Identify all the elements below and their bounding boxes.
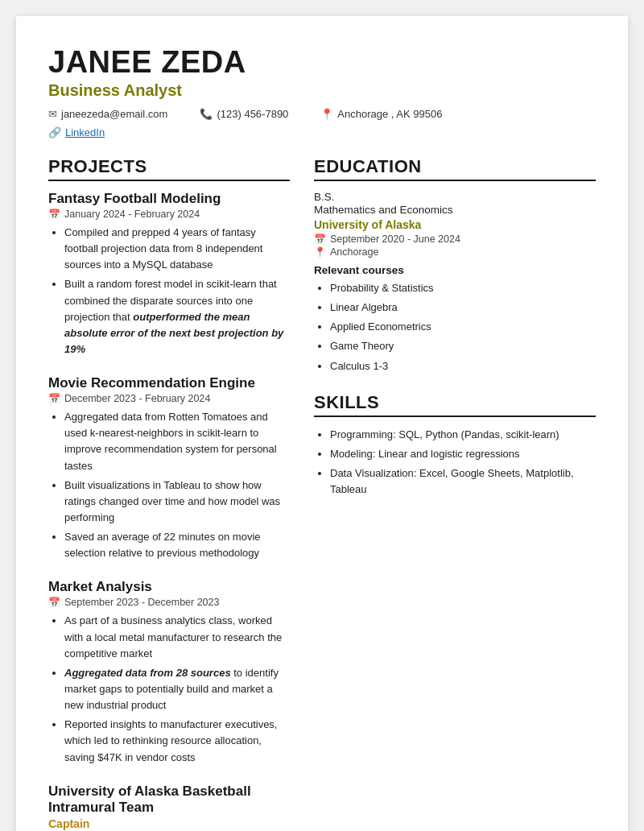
skills-section: SKILLS Programming: SQL, Python (Pandas,… bbox=[314, 392, 596, 498]
project-date-text-2: December 2023 - February 2024 bbox=[64, 393, 210, 404]
project-block-1: Fantasy Football Modeling 📅 January 2024… bbox=[48, 191, 290, 358]
projects-section-title: PROJECTS bbox=[48, 156, 290, 181]
main-layout: PROJECTS Fantasy Football Modeling 📅 Jan… bbox=[48, 156, 596, 831]
linkedin-row: 🔗 LinkedIn bbox=[48, 126, 596, 142]
edu-date: 📅 September 2020 - June 2024 bbox=[314, 234, 596, 245]
edu-university: University of Alaska bbox=[314, 218, 596, 231]
linkedin-icon: 🔗 bbox=[48, 126, 61, 138]
course-4: Game Theory bbox=[330, 338, 596, 354]
edu-location-text: Anchorage bbox=[330, 246, 378, 258]
project-title-4: University of Alaska Basketball Intramur… bbox=[48, 783, 290, 816]
courses-list: Probability & Statistics Linear Algebra … bbox=[314, 280, 596, 374]
left-column: PROJECTS Fantasy Football Modeling 📅 Jan… bbox=[48, 156, 290, 831]
calendar-icon-edu: 📅 bbox=[314, 234, 326, 245]
location-icon-edu: 📍 bbox=[314, 246, 326, 258]
email-icon: ✉ bbox=[48, 108, 57, 120]
candidate-title: Business Analyst bbox=[48, 81, 596, 100]
project-date-3: 📅 September 2023 - December 2023 bbox=[48, 597, 290, 608]
phone-value: (123) 456-7890 bbox=[217, 108, 288, 120]
project-title-1: Fantasy Football Modeling bbox=[48, 191, 290, 207]
phone-contact: 📞 (123) 456-7890 bbox=[200, 108, 288, 120]
courses-label: Relevant courses bbox=[314, 264, 596, 276]
candidate-name: JANEE ZEDA bbox=[48, 45, 596, 80]
project-bullets-3: As part of a business analytics class, w… bbox=[48, 613, 290, 765]
project-date-1: 📅 January 2024 - February 2024 bbox=[48, 209, 290, 220]
skill-3: Data Visualization: Excel, Google Sheets… bbox=[330, 465, 596, 498]
location-contact: 📍 Anchorage , AK 99506 bbox=[320, 108, 442, 120]
skills-section-title: SKILLS bbox=[314, 392, 596, 417]
project-title-3: Market Analysis bbox=[48, 579, 290, 595]
calendar-icon-2: 📅 bbox=[48, 393, 60, 404]
course-1: Probability & Statistics bbox=[330, 280, 596, 296]
right-column: EDUCATION B.S. Mathematics and Economics… bbox=[314, 156, 596, 831]
course-5: Calculus 1-3 bbox=[330, 358, 596, 374]
project-date-2: 📅 December 2023 - February 2024 bbox=[48, 393, 290, 404]
linkedin-contact[interactable]: 🔗 LinkedIn bbox=[48, 126, 105, 138]
calendar-icon-1: 📅 bbox=[48, 209, 60, 220]
course-2: Linear Algebra bbox=[330, 300, 596, 316]
bullet-2-3: Saved an average of 22 minutes on movie … bbox=[64, 529, 290, 561]
bullet-1-2: Built a random forest model in scikit-le… bbox=[64, 276, 290, 358]
phone-icon: 📞 bbox=[200, 108, 213, 120]
project-bullets-1: Compiled and prepped 4 years of fantasy … bbox=[48, 225, 290, 358]
course-3: Applied Econometrics bbox=[330, 319, 596, 335]
project-date-text-3: September 2023 - December 2023 bbox=[64, 597, 219, 608]
email-contact: ✉ janeezeda@email.com bbox=[48, 108, 167, 120]
skill-2: Modeling: Linear and logistic regression… bbox=[330, 446, 596, 462]
project-block-4: University of Alaska Basketball Intramur… bbox=[48, 783, 290, 831]
project-title-2: Movie Recommendation Engine bbox=[48, 375, 290, 391]
email-value: janeezeda@email.com bbox=[61, 108, 167, 120]
edu-location: 📍 Anchorage bbox=[314, 246, 596, 258]
education-section-title: EDUCATION bbox=[314, 156, 596, 181]
bullet-3-1: As part of a business analytics class, w… bbox=[64, 613, 290, 661]
edu-field: Mathematics and Economics bbox=[314, 204, 596, 216]
contact-row: ✉ janeezeda@email.com 📞 (123) 456-7890 📍… bbox=[48, 108, 596, 123]
edu-degree: B.S. bbox=[314, 191, 596, 203]
edu-date-text: September 2020 - June 2024 bbox=[330, 234, 460, 245]
project-block-2: Movie Recommendation Engine 📅 December 2… bbox=[48, 375, 290, 561]
bullet-1-1: Compiled and prepped 4 years of fantasy … bbox=[64, 225, 290, 273]
project-bullets-2: Aggregated data from Rotten Tomatoes and… bbox=[48, 409, 290, 561]
calendar-icon-3: 📅 bbox=[48, 597, 60, 608]
linkedin-link[interactable]: LinkedIn bbox=[65, 126, 105, 138]
bullet-2-2: Built visualizations in Tableau to show … bbox=[64, 478, 290, 526]
skill-1: Programming: SQL, Python (Pandas, scikit… bbox=[330, 427, 596, 443]
education-section: EDUCATION B.S. Mathematics and Economics… bbox=[314, 156, 596, 374]
skills-list: Programming: SQL, Python (Pandas, scikit… bbox=[314, 427, 596, 498]
bullet-3-2: Aggregated data from 28 sources to ident… bbox=[64, 665, 290, 713]
project-block-3: Market Analysis 📅 September 2023 - Decem… bbox=[48, 579, 290, 765]
bullet-2-1: Aggregated data from Rotten Tomatoes and… bbox=[64, 409, 290, 474]
location-value: Anchorage , AK 99506 bbox=[337, 108, 442, 120]
captain-label: Captain bbox=[48, 817, 290, 830]
bullet-3-3: Reported insights to manufacturer execut… bbox=[64, 717, 290, 765]
resume-document: JANEE ZEDA Business Analyst ✉ janeezeda@… bbox=[16, 16, 628, 831]
header-section: JANEE ZEDA Business Analyst ✉ janeezeda@… bbox=[48, 45, 596, 142]
project-date-text-1: January 2024 - February 2024 bbox=[64, 209, 200, 220]
location-icon: 📍 bbox=[320, 108, 333, 120]
